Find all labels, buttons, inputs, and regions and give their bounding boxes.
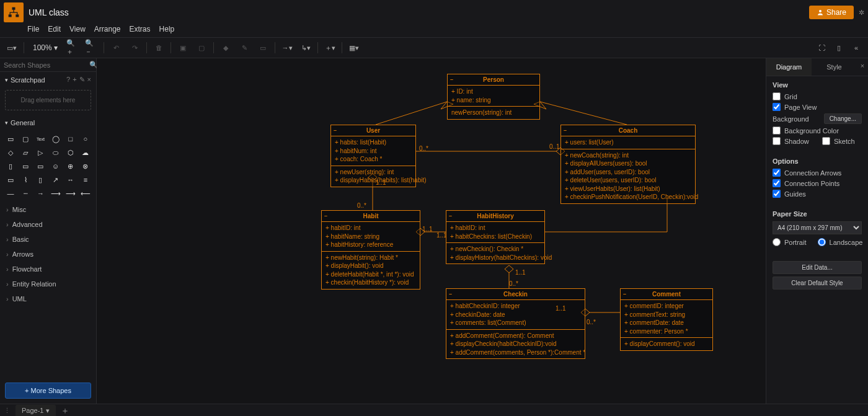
shape-and[interactable]: ⊗: [79, 160, 92, 172]
share-button[interactable]: Share: [809, 6, 854, 19]
scratchpad-header[interactable]: ▾Scratchpad ? + ✎ ×: [0, 72, 96, 87]
shape-hexagon[interactable]: ⬡: [64, 146, 78, 159]
scratchpad-edit-icon[interactable]: ✎: [79, 76, 85, 84]
delete-icon[interactable]: 🗑: [152, 41, 166, 55]
scratchpad-dropzone[interactable]: Drag elements here: [5, 90, 91, 110]
collapse-icon[interactable]: «: [849, 41, 863, 55]
search-input[interactable]: [4, 61, 89, 69]
document-title[interactable]: UML class: [29, 7, 69, 17]
category-basic[interactable]: Basic: [0, 232, 96, 247]
pages-menu-icon[interactable]: ⋮: [4, 407, 11, 415]
undo-icon[interactable]: ↶: [109, 41, 123, 55]
shape-parallel[interactable]: ▱: [19, 146, 32, 159]
edit-data-button[interactable]: Edit Data...: [773, 261, 862, 274]
category-uml[interactable]: UML: [0, 291, 96, 306]
canvas[interactable]: –Person+ ID: int+ name: stringnewPerson(…: [97, 58, 766, 404]
shadow-tool-icon[interactable]: ▭: [256, 41, 270, 55]
scratchpad-close-icon[interactable]: ×: [87, 76, 91, 84]
change-bg-button[interactable]: Change...: [824, 113, 862, 124]
shape-arrow2[interactable]: ⟶: [48, 187, 62, 200]
shape-ellipse[interactable]: ◯: [48, 133, 62, 145]
bgcolor-checkbox[interactable]: [773, 126, 781, 135]
shape-step[interactable]: ▭: [4, 174, 17, 186]
category-arrows[interactable]: Arrows: [0, 247, 96, 262]
table-icon[interactable]: ▦▾: [347, 41, 361, 55]
shape-circle[interactable]: ○: [79, 133, 92, 145]
shape-cloud[interactable]: ☁: [79, 146, 92, 159]
paper-size-select[interactable]: A4 (210 mm x 297 mm): [773, 221, 862, 234]
uml-class-checkin[interactable]: –Checkin+ habitCheckinID: integer+ check…: [446, 288, 585, 359]
shape-doc[interactable]: ▯: [4, 160, 17, 172]
uml-class-habit[interactable]: –Habit+ habitID: int+ habitName: string+…: [321, 210, 420, 290]
uml-class-person[interactable]: –Person+ ID: int+ name: stringnewPerson(…: [447, 74, 540, 120]
scratchpad-add-icon[interactable]: +: [73, 76, 76, 84]
sketch-checkbox[interactable]: [822, 137, 830, 145]
shape-tape[interactable]: ⌇: [19, 174, 32, 186]
uml-class-habithistory[interactable]: –HabitHistory+ habitID: int+ habitChecki…: [446, 210, 545, 264]
category-entity-relation[interactable]: Entity Relation: [0, 277, 96, 291]
scratchpad-help-icon[interactable]: ?: [66, 76, 70, 84]
tab-diagram[interactable]: Diagram: [766, 58, 812, 76]
portrait-radio[interactable]: [773, 238, 781, 246]
shape-note[interactable]: ▯: [33, 174, 47, 186]
fullscreen-icon[interactable]: ⛶: [815, 41, 828, 55]
view-mode-icon[interactable]: ▭▾: [5, 41, 19, 55]
redo-icon[interactable]: ↷: [128, 41, 141, 55]
add-page-button[interactable]: ＋: [61, 405, 69, 417]
waypoints-icon[interactable]: ↳▾: [299, 41, 312, 55]
settings-icon[interactable]: ✲: [859, 9, 864, 17]
category-misc[interactable]: Misc: [0, 202, 96, 217]
to-back-icon[interactable]: ▢: [195, 41, 208, 55]
uml-class-coach[interactable]: –Coach+ users: list(User)+ newCoach(stri…: [560, 125, 696, 204]
shape-cylinder[interactable]: ⬭: [48, 146, 62, 159]
uml-class-comment[interactable]: –Comment+ commentID: integer+ commentTex…: [620, 288, 713, 351]
grid-checkbox[interactable]: [773, 92, 781, 100]
menu-arrange[interactable]: Arrange: [94, 25, 121, 33]
clear-style-button[interactable]: Clear Default Style: [773, 277, 862, 290]
pageview-checkbox[interactable]: [773, 103, 781, 111]
shape-square[interactable]: □: [64, 133, 78, 145]
category-advanced[interactable]: Advanced: [0, 217, 96, 232]
line-icon[interactable]: ✎: [237, 41, 251, 55]
conn-arrows-checkbox[interactable]: [773, 169, 781, 177]
shape-rect[interactable]: ▭: [4, 133, 17, 145]
menu-help[interactable]: Help: [159, 25, 175, 33]
shape-roundrect[interactable]: ▢: [19, 133, 32, 145]
menu-extras[interactable]: Extras: [130, 25, 151, 33]
landscape-radio[interactable]: [818, 238, 826, 246]
zoom-in-icon[interactable]: 🔍＋: [66, 41, 80, 55]
menu-view[interactable]: View: [69, 25, 86, 33]
shadow-checkbox[interactable]: [773, 137, 781, 145]
add-icon[interactable]: ＋▾: [323, 41, 337, 55]
guides-checkbox[interactable]: [773, 190, 781, 198]
shape-conn2[interactable]: ⟵: [79, 187, 92, 200]
shape-text[interactable]: Text: [33, 133, 47, 145]
conn-points-checkbox[interactable]: [773, 179, 781, 187]
shape-arrow-both[interactable]: ↔: [64, 174, 78, 186]
connector-icon[interactable]: →▾: [280, 41, 294, 55]
fill-icon[interactable]: ◆: [219, 41, 232, 55]
more-shapes-button[interactable]: + More Shapes: [5, 383, 91, 399]
shape-card[interactable]: ▭: [19, 160, 32, 172]
page-tab[interactable]: Page-1 ▾: [16, 405, 56, 416]
tab-style[interactable]: Style: [812, 58, 857, 76]
shape-conn1[interactable]: ⟶: [64, 187, 78, 200]
general-header[interactable]: ▾General: [0, 115, 96, 130]
zoom-level[interactable]: 100% ▾: [29, 43, 61, 52]
tab-close-icon[interactable]: ×: [857, 58, 868, 76]
shape-list[interactable]: ≡: [79, 174, 92, 186]
format-panel-icon[interactable]: ▯: [832, 41, 846, 55]
shape-triangle[interactable]: ▷: [33, 146, 47, 159]
zoom-out-icon[interactable]: 🔍－: [85, 41, 99, 55]
shape-dash[interactable]: ┄: [19, 187, 32, 200]
shape-arrow[interactable]: →: [33, 187, 47, 200]
shape-arrow-ne[interactable]: ↗: [48, 174, 62, 186]
uml-class-user[interactable]: –User+ habits: list(Habit)+ habitNum: in…: [330, 125, 416, 187]
shape-or[interactable]: ⊕: [64, 160, 78, 172]
menu-file[interactable]: File: [27, 25, 39, 33]
menu-edit[interactable]: Edit: [48, 25, 61, 33]
category-flowchart[interactable]: Flowchart: [0, 262, 96, 277]
shape-callout[interactable]: ▭: [33, 160, 47, 172]
shape-diamond[interactable]: ◇: [4, 146, 17, 159]
shape-line[interactable]: —: [4, 187, 17, 200]
